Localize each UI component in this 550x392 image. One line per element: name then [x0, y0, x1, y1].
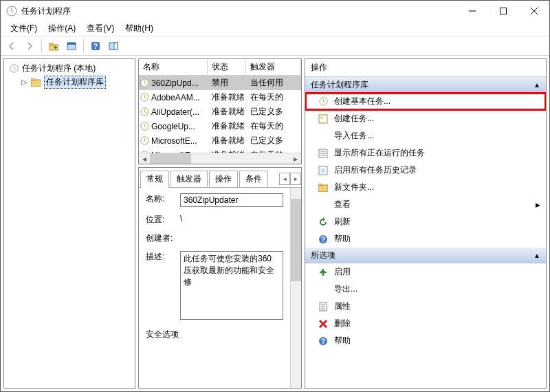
table-row[interactable]: MicrosoftE...准备就绪在每天的 — [139, 148, 301, 153]
action-enable-history[interactable]: 启用所有任务历史记录 — [305, 162, 546, 179]
tab-conditions[interactable]: 条件 — [239, 171, 268, 187]
action-label: 删除 — [334, 318, 351, 329]
main-area: 任务计划程序 (本地) ▷ 任务计划程序库 名称 状态 触发器 360ZipUp… — [1, 56, 549, 391]
action-properties[interactable]: 属性 — [305, 298, 546, 315]
horizontal-scrollbar[interactable]: ◂ ▸ — [139, 153, 301, 164]
tree-library-label: 任务计划程序库 — [44, 76, 106, 89]
tab-triggers[interactable]: 触发器 — [170, 171, 208, 187]
main-window: 任务计划程序 文件(F) 操作(A) 查看(V) 帮助(H) ? 任务计划程序 … — [0, 0, 550, 392]
table-row[interactable]: GoogleUp...准备就绪在每天的 — [139, 119, 301, 133]
column-trigger[interactable]: 触发器 — [246, 59, 301, 75]
table-row[interactable]: 360ZipUpd...禁用当任何用 — [139, 76, 301, 90]
show-hide-console-button[interactable] — [63, 38, 80, 54]
tab-general[interactable]: 常规 — [140, 171, 169, 188]
menu-help[interactable]: 帮助(H) — [120, 21, 159, 36]
history-icon — [318, 165, 329, 176]
detail-desc-textarea[interactable] — [180, 251, 283, 320]
action-refresh[interactable]: 刷新 — [305, 213, 546, 230]
tree-root-label: 任务计划程序 (本地) — [22, 63, 96, 74]
tree-expand-icon[interactable]: ▷ — [21, 78, 28, 87]
table-row[interactable]: AliUpdater(...准备就绪已定义多 — [139, 105, 301, 119]
action-label: 导入任务... — [334, 130, 374, 142]
vertical-scrollbar[interactable] — [290, 188, 301, 388]
action-enable[interactable]: 启用 — [305, 263, 546, 281]
titlebar-text: 任务计划程序 — [21, 6, 456, 17]
tab-scroll-left[interactable]: ◂ — [279, 173, 290, 185]
list-icon — [318, 148, 329, 159]
action-label: 启用 — [334, 266, 351, 278]
toolbar-separator — [41, 39, 42, 53]
clock-icon — [140, 122, 149, 131]
detail-author-value — [180, 232, 294, 244]
help-button[interactable]: ? — [87, 38, 104, 54]
detail-location-label: 位置: — [146, 214, 180, 226]
scroll-thumb[interactable] — [291, 199, 301, 281]
help-icon: ? — [318, 234, 329, 245]
action-new-folder[interactable]: 新文件夹... — [305, 179, 546, 196]
menu-action[interactable]: 操作(A) — [43, 21, 81, 36]
task-icon — [318, 113, 329, 124]
clock-icon — [140, 107, 149, 116]
task-detail: 常规 触发器 操作 条件 ◂ ▸ 名称: 位置: — [138, 167, 302, 389]
section-library-label: 任务计划程序库 — [311, 79, 368, 91]
menu-file[interactable]: 文件(F) — [5, 21, 43, 36]
tab-scroll-right[interactable]: ▸ — [290, 173, 301, 185]
svg-rect-20 — [319, 115, 327, 123]
tree-child-container: ▷ 任务计划程序库 — [8, 75, 131, 89]
action-delete[interactable]: 删除 — [305, 315, 546, 332]
tab-actions[interactable]: 操作 — [209, 171, 238, 187]
action-label: 帮助 — [334, 335, 351, 347]
svg-text:?: ? — [321, 338, 325, 345]
task-name: AliUpdater(... — [151, 107, 199, 117]
tree-library[interactable]: ▷ 任务计划程序库 — [21, 75, 131, 89]
task-list-body[interactable]: 360ZipUpd...禁用当任何用AdobeAAM...准备就绪在每天的Ali… — [139, 76, 301, 153]
close-button[interactable] — [518, 1, 549, 21]
action-help[interactable]: ? 帮助 — [305, 230, 546, 248]
table-row[interactable]: MicrosoftE...准备就绪已定义多 — [139, 133, 301, 148]
enable-icon — [318, 267, 329, 278]
section-selected[interactable]: 所选项 ▲ — [305, 248, 546, 263]
collapse-icon: ▲ — [534, 252, 540, 259]
action-help-2[interactable]: ? 帮助 — [305, 332, 546, 349]
collapse-icon: ▲ — [534, 81, 540, 89]
column-name[interactable]: 名称 — [139, 59, 208, 75]
task-status: 禁用 — [209, 77, 248, 89]
action-label: 创建任务... — [334, 113, 374, 124]
action-import-task[interactable]: 导入任务... — [305, 127, 546, 144]
forward-button[interactable] — [21, 38, 38, 54]
action-label: 导出... — [334, 283, 358, 295]
up-button[interactable] — [45, 38, 62, 54]
export-icon — [318, 284, 329, 295]
action-create-task[interactable]: 创建任务... — [305, 110, 546, 127]
table-row[interactable]: AdobeAAM...准备就绪在每天的 — [139, 90, 301, 105]
svg-point-21 — [320, 116, 323, 119]
show-action-pane-button[interactable] — [105, 38, 122, 54]
task-status: 准备就绪 — [209, 135, 248, 146]
section-library[interactable]: 任务计划程序库 ▲ — [305, 77, 546, 93]
task-status: 准备就绪 — [209, 120, 248, 132]
task-list: 名称 状态 触发器 360ZipUpd...禁用当任何用AdobeAAM...准… — [138, 58, 302, 164]
action-export[interactable]: 导出... — [305, 281, 546, 298]
detail-body: 名称: 位置: \ 创建者: 描述: — [139, 188, 301, 388]
tree-root[interactable]: 任务计划程序 (本地) — [8, 62, 131, 75]
actions-body: 任务计划程序库 ▲ 创建基本任务... 创建任务... 导入任务... — [305, 77, 546, 388]
action-create-basic-task[interactable]: 创建基本任务... — [305, 93, 546, 110]
back-button[interactable] — [3, 38, 20, 54]
actions-pane: 操作 任务计划程序库 ▲ 创建基本任务... 创建任务... 导入任务... — [305, 58, 547, 389]
action-label: 属性 — [334, 301, 351, 312]
maximize-button[interactable] — [487, 1, 518, 21]
menu-view[interactable]: 查看(V) — [81, 21, 120, 36]
minimize-button[interactable] — [456, 1, 487, 21]
folder-icon — [318, 182, 329, 193]
scroll-thumb[interactable] — [150, 153, 191, 164]
clock-icon — [318, 96, 329, 107]
scroll-right-icon[interactable]: ▸ — [290, 153, 301, 164]
folder-icon — [30, 77, 41, 88]
titlebar: 任务计划程序 — [1, 1, 549, 21]
action-view[interactable]: 查看 — [305, 196, 546, 213]
properties-icon — [318, 301, 329, 312]
scroll-left-icon[interactable]: ◂ — [139, 153, 150, 164]
column-status[interactable]: 状态 — [208, 59, 246, 75]
action-show-running[interactable]: 显示所有正在运行的任务 — [305, 144, 546, 162]
detail-name-input[interactable] — [180, 193, 283, 207]
